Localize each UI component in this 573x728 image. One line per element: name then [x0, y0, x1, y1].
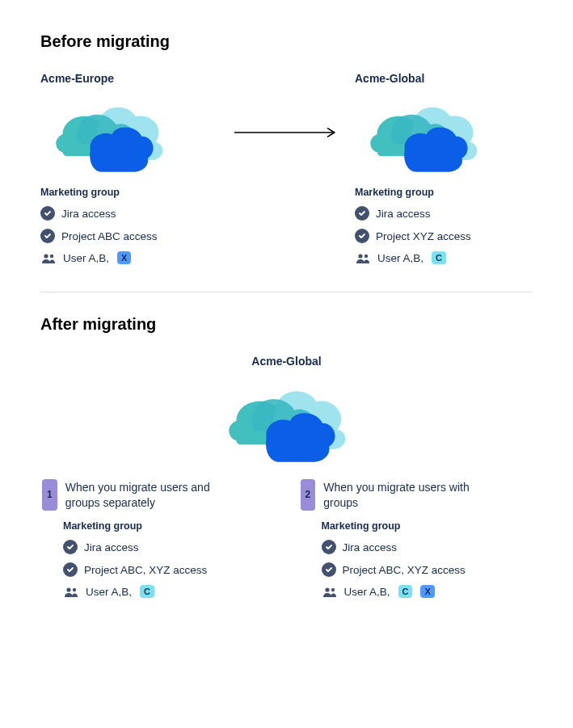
permission-item: Project ABC access — [40, 229, 218, 243]
site-acme-global-after: Acme-Global — [198, 355, 376, 465]
users-icon — [63, 585, 79, 598]
permission-list: Jira access Project ABC, XYZ access User… — [322, 540, 533, 598]
after-options-row: 1 When you migrate users and groups sepa… — [40, 479, 533, 598]
permission-text: Jira access — [343, 541, 398, 553]
permission-item: Jira access — [40, 206, 218, 221]
option-with-groups: 2 When you migrate users with groups Mar… — [299, 479, 533, 598]
check-icon — [40, 229, 55, 243]
group-label: Marketing group — [322, 520, 533, 532]
group-label: Marketing group — [40, 187, 218, 198]
section-divider — [40, 292, 533, 292]
users-icon — [322, 585, 338, 598]
site-title: Acme-Global — [355, 72, 533, 85]
cloud-icon — [355, 93, 533, 182]
site-title: Acme-Europe — [40, 72, 218, 85]
user-badge-c: C — [398, 585, 413, 598]
users-text: User A,B, — [63, 252, 109, 264]
site-title: Acme-Global — [198, 355, 376, 368]
permission-list: Jira access Project ABC access User A,B,… — [40, 206, 218, 264]
user-badge-x: X — [117, 251, 131, 264]
check-icon — [40, 206, 55, 221]
permission-list: Jira access Project ABC, XYZ access User… — [63, 540, 275, 598]
users-item: User A,B, C X — [322, 585, 533, 598]
permission-item: Project XYZ access — [355, 229, 533, 243]
option-description: When you migrate users and groups separa… — [65, 479, 235, 511]
permission-text: Jira access — [376, 208, 431, 220]
check-icon — [355, 229, 369, 243]
users-item: User A,B, C — [63, 585, 275, 598]
before-row: Acme-Europe Marketing group Jira access … — [40, 72, 533, 264]
permission-item: Jira access — [322, 540, 533, 554]
site-acme-global: Acme-Global Marketing group Jira access … — [355, 72, 533, 264]
permission-text: Project ABC, XYZ access — [84, 564, 207, 576]
check-icon — [355, 206, 369, 221]
migration-arrow — [218, 72, 355, 193]
users-icon — [355, 251, 371, 264]
group-label: Marketing group — [63, 520, 275, 532]
after-heading: After migrating — [40, 315, 533, 334]
users-icon — [40, 251, 57, 264]
user-badge-c: C — [432, 251, 446, 264]
option-description: When you migrate users with groups — [323, 479, 493, 511]
users-item: User A,B, X — [40, 251, 218, 264]
users-text: User A,B, — [377, 252, 423, 264]
group-label: Marketing group — [355, 187, 533, 198]
check-icon — [63, 562, 78, 577]
users-item: User A,B, C — [355, 251, 533, 264]
check-icon — [322, 540, 336, 554]
permission-text: Project XYZ access — [376, 230, 471, 242]
permission-list: Jira access Project XYZ access User A,B,… — [355, 206, 533, 264]
permission-text: Jira access — [84, 541, 139, 553]
users-text: User A,B, — [86, 586, 132, 598]
option-separate: 1 When you migrate users and groups sepa… — [40, 479, 275, 598]
before-heading: Before migrating — [40, 32, 533, 51]
site-acme-europe: Acme-Europe Marketing group Jira access … — [40, 72, 218, 264]
user-badge-c: C — [140, 585, 154, 598]
check-icon — [322, 562, 336, 577]
option-number-badge: 2 — [301, 479, 316, 511]
option-number-badge: 1 — [42, 479, 57, 511]
check-icon — [63, 540, 78, 554]
permission-item: Project ABC, XYZ access — [63, 562, 275, 577]
permission-text: Jira access — [61, 208, 116, 220]
permission-item: Project ABC, XYZ access — [322, 562, 533, 577]
permission-text: Project ABC, XYZ access — [343, 564, 466, 576]
user-badge-x: X — [420, 585, 434, 598]
cloud-icon — [198, 376, 376, 465]
permission-text: Project ABC access — [61, 230, 158, 242]
cloud-icon — [40, 93, 218, 182]
permission-item: Jira access — [63, 540, 275, 554]
users-text: User A,B, — [344, 586, 390, 598]
permission-item: Jira access — [355, 206, 533, 221]
